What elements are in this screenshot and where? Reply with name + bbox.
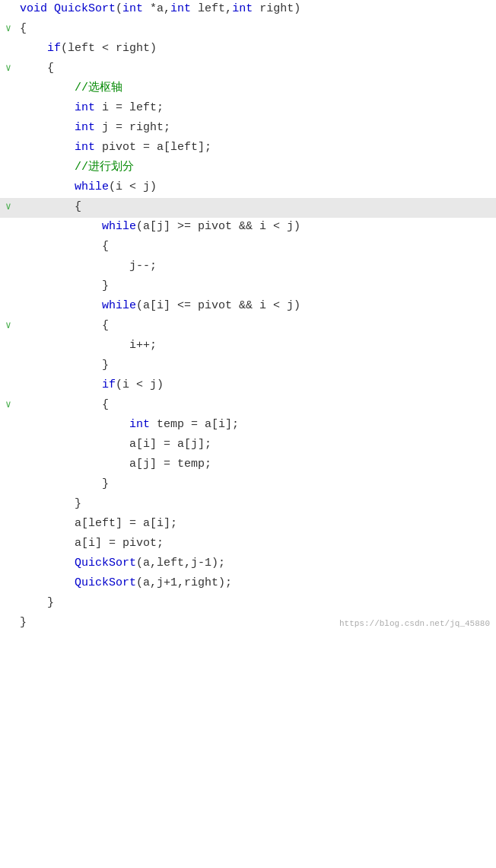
line-content: a[i] = pivot; xyxy=(17,535,496,552)
gutter xyxy=(0,594,17,595)
line-content: int pivot = a[left]; xyxy=(17,139,496,156)
code-line: a[i] = pivot; xyxy=(0,535,496,554)
code-line: int i = left; xyxy=(0,99,496,119)
gutter: ∨ xyxy=(0,198,17,215)
watermark: https://blog.csdn.net/jq_45880 xyxy=(339,617,490,630)
gutter xyxy=(0,79,17,81)
code-line: } xyxy=(0,594,496,614)
line-content: } xyxy=(17,277,496,295)
line-content: j--; xyxy=(17,257,496,275)
gutter xyxy=(0,0,17,2)
gutter xyxy=(0,158,17,160)
gutter xyxy=(0,277,17,279)
line-content: { xyxy=(17,59,496,77)
gutter: ∨ xyxy=(0,20,17,37)
code-line: a[i] = a[j]; xyxy=(0,436,496,455)
gutter xyxy=(0,257,17,259)
code-line: QuickSort(a,j+1,right); xyxy=(0,574,496,594)
line-content: QuickSort(a,left,j-1); xyxy=(17,554,496,572)
line-content: //选枢轴 xyxy=(17,79,496,97)
gutter xyxy=(0,376,17,378)
code-container: void QuickSort(int *a,int left,int right… xyxy=(0,0,496,633)
gutter xyxy=(0,495,17,496)
code-line: a[j] = temp; xyxy=(0,455,496,475)
gutter xyxy=(0,356,17,358)
code-line: j--; xyxy=(0,257,496,277)
code-line: a[left] = a[i]; xyxy=(0,515,496,535)
code-line: void QuickSort(int *a,int left,int right… xyxy=(0,0,496,20)
gutter xyxy=(0,139,17,140)
code-line: ∨ { xyxy=(0,396,496,416)
line-content: a[i] = a[j]; xyxy=(17,436,496,453)
gutter xyxy=(0,614,17,615)
gutter: ∨ xyxy=(0,396,17,413)
code-line: { xyxy=(0,238,496,257)
line-content: a[left] = a[i]; xyxy=(17,515,496,532)
code-line: ∨ { xyxy=(0,317,496,337)
code-line: //进行划分 xyxy=(0,158,496,178)
code-line: } xyxy=(0,475,496,495)
code-line: ∨ { xyxy=(0,59,496,79)
code-line: while(a[i] <= pivot && i < j) xyxy=(0,297,496,317)
line-content: int i = left; xyxy=(17,99,496,116)
line-content: i++; xyxy=(17,337,496,354)
line-content: } xyxy=(17,475,496,493)
line-content: QuickSort(a,j+1,right); xyxy=(17,574,496,592)
gutter xyxy=(0,554,17,556)
gutter xyxy=(0,416,17,417)
line-content: { xyxy=(17,238,496,255)
code-line: if(i < j) xyxy=(0,376,496,396)
code-line: while(a[j] >= pivot && i < j) xyxy=(0,218,496,238)
gutter xyxy=(0,238,17,239)
line-content: int temp = a[i]; xyxy=(17,416,496,433)
line-content: } xyxy=(17,356,496,374)
line-content: if(left < right) xyxy=(17,40,496,57)
gutter xyxy=(0,119,17,120)
line-content: if(i < j) xyxy=(17,376,496,394)
line-content: { xyxy=(17,198,496,215)
code-line: } xyxy=(0,356,496,376)
line-content: { xyxy=(17,317,496,334)
gutter: ∨ xyxy=(0,59,17,76)
gutter xyxy=(0,218,17,219)
code-line: ∨ { xyxy=(0,20,496,40)
gutter xyxy=(0,178,17,180)
line-content: while(a[i] <= pivot && i < j) xyxy=(17,297,496,314)
gutter xyxy=(0,337,17,338)
line-content: int j = right; xyxy=(17,119,496,136)
gutter xyxy=(0,436,17,437)
line-content: a[j] = temp; xyxy=(17,455,496,473)
code-line: if(left < right) xyxy=(0,40,496,59)
code-line: int j = right; xyxy=(0,119,496,139)
code-line: } xyxy=(0,277,496,297)
gutter xyxy=(0,99,17,101)
line-content: while(a[j] >= pivot && i < j) xyxy=(17,218,496,235)
code-line: ∨ { xyxy=(0,198,496,218)
gutter xyxy=(0,475,17,477)
code-line: //选枢轴 xyxy=(0,79,496,99)
gutter xyxy=(0,455,17,457)
gutter xyxy=(0,40,17,41)
line-content: void QuickSort(int *a,int left,int right… xyxy=(17,0,496,18)
gutter xyxy=(0,535,17,536)
line-content: } xyxy=(17,495,496,512)
code-line: } xyxy=(0,495,496,515)
line-content: //进行划分 xyxy=(17,158,496,176)
line-content: } xyxy=(17,594,496,611)
code-line: int pivot = a[left]; xyxy=(0,139,496,158)
line-content: while(i < j) xyxy=(17,178,496,196)
code-line: int temp = a[i]; xyxy=(0,416,496,436)
gutter xyxy=(0,574,17,576)
gutter: ∨ xyxy=(0,317,17,333)
code-line: i++; xyxy=(0,337,496,356)
line-content: { xyxy=(17,396,496,413)
line-content: { xyxy=(17,20,496,37)
gutter xyxy=(0,515,17,516)
code-line: QuickSort(a,left,j-1); xyxy=(0,554,496,574)
code-line: while(i < j) xyxy=(0,178,496,198)
gutter xyxy=(0,297,17,298)
